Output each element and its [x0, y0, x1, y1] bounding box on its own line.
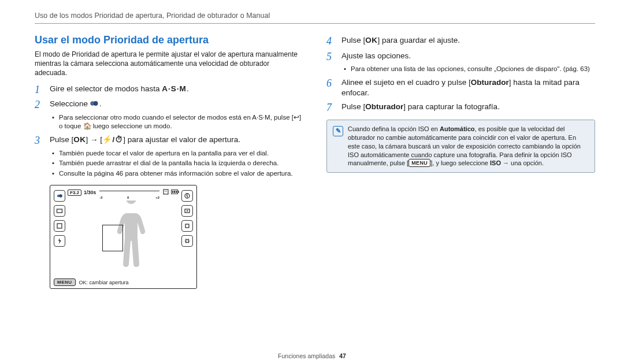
step-text-after: . — [99, 99, 102, 108]
svg-rect-15 — [172, 191, 173, 193]
step-text: Ajuste las opciones. — [341, 51, 595, 61]
step-text-after: . — [187, 84, 189, 93]
mode-icon — [54, 190, 65, 202]
step-5: 5 Ajuste las opciones. — [326, 51, 595, 63]
shutter-bold: Obturador — [365, 102, 403, 111]
step-6: 6 Alinee el sujeto en el cuadro y pulse … — [326, 77, 595, 98]
step-number: 3 — [35, 135, 44, 147]
step-7: 7 Pulse [Obturador] para capturar la fot… — [326, 102, 595, 114]
step-3: 3 Pulse [OK] → [⚡/⏱] para ajustar el val… — [35, 135, 303, 147]
step-text: ] para guardar el ajuste. — [378, 36, 460, 44]
drive-mode-icon — [54, 220, 65, 232]
aperture-priority-icon — [90, 99, 99, 110]
shutter-value: 1/30s — [84, 190, 96, 195]
svg-point-11 — [165, 191, 165, 192]
page-number: 47 — [339, 352, 346, 359]
step-4: 4 Pulse [OK] para guardar el ajuste. — [326, 35, 595, 47]
ok-key: OK — [365, 35, 377, 46]
ev-plus: +2 — [155, 196, 159, 199]
step-number: 6 — [326, 77, 336, 90]
sub-item: Para seleccionar otro modo cuando el sel… — [52, 113, 303, 131]
battery-icon — [171, 190, 179, 195]
sub-item: Para obtener una lista de las opciones, … — [344, 65, 595, 74]
sub-item: Consulte la página 46 para obtener más i… — [52, 169, 303, 179]
svg-rect-16 — [174, 191, 175, 193]
flash-icon — [54, 235, 65, 247]
step-number: 5 — [326, 51, 336, 63]
svg-point-8 — [187, 210, 188, 211]
stabilizer-icon — [181, 235, 193, 247]
step-number: 1 — [35, 84, 44, 96]
ok-key: OK — [73, 135, 86, 145]
right-column: 4 Pulse [OK] para guardar el ajuste. 5 A… — [326, 32, 595, 289]
camera-viewfinder-illustration: F3.2 1/30s -2 0 +2 — [50, 185, 197, 289]
step-text: Alinee el sujeto en el cuadro y pulse [ — [341, 78, 471, 87]
osd-bottom-bar: MENU OK: cambiar apertura — [54, 278, 193, 286]
ev-zero: 0 — [127, 196, 129, 199]
flash-timer-key: ⚡/⏱ — [102, 135, 123, 145]
step-text: ] para ajustar el valor de apertura. — [123, 135, 240, 144]
osd-top-bar: F3.2 1/30s -2 0 +2 — [68, 189, 179, 196]
step-text: Pulse [ — [50, 135, 73, 144]
page-header: Uso de los modos Prioridad de apertura, … — [35, 12, 595, 24]
step-text: Pulse [ — [341, 36, 365, 44]
step-text: ] → [ — [86, 135, 103, 144]
note-text: Cuando defina la opción ISO en Automátic… — [348, 125, 589, 168]
osd-prompt: OK: cambiar apertura — [79, 280, 129, 285]
step-text: Gire el selector de modos hasta — [50, 84, 162, 93]
sub-item: También puede tocar el valor de apertura… — [52, 149, 303, 158]
mode-asm-glyph: A·S·M — [162, 84, 187, 93]
step-3-sublist: También puede tocar el valor de apertura… — [52, 149, 303, 179]
step-text: Seleccione — [50, 99, 90, 108]
note-icon: ✎ — [333, 126, 343, 136]
step-2: 2 Seleccione . — [35, 99, 303, 111]
step-number: 2 — [35, 99, 44, 111]
svg-rect-5 — [57, 224, 62, 228]
step-5-sublist: Para obtener una lista de las opciones, … — [344, 65, 595, 74]
photo-size-icon — [54, 205, 65, 217]
af-area-icon — [181, 220, 193, 232]
svg-point-1 — [93, 101, 98, 106]
left-column: Usar el modo Prioridad de apertura El mo… — [35, 32, 303, 289]
step-number: 7 — [326, 102, 336, 114]
ev-scale: -2 0 +2 — [99, 191, 159, 195]
step-2-sublist: Para seleccionar otro modo cuando el sel… — [52, 113, 303, 131]
face-detect-icon — [163, 189, 169, 196]
aperture-value: F3.2 — [68, 190, 81, 196]
svg-rect-4 — [57, 209, 62, 213]
off-flash-icon — [181, 190, 193, 202]
svg-point-3 — [59, 194, 62, 198]
step-text: ] para capturar la fotografía. — [403, 102, 500, 111]
menu-key: MENU — [408, 159, 430, 167]
step-text: Pulse [ — [341, 102, 365, 111]
page-footer: Funciones ampliadas 47 — [0, 352, 624, 359]
step-number: 4 — [326, 35, 336, 47]
svg-rect-17 — [176, 191, 177, 193]
section-title: Usar el modo Prioridad de apertura — [35, 34, 303, 46]
svg-point-12 — [166, 191, 166, 192]
ev-minus: -2 — [99, 196, 102, 199]
shutter-bold: Obturador — [471, 78, 509, 87]
footer-section: Funciones ampliadas — [278, 352, 335, 359]
svg-rect-9 — [185, 224, 189, 228]
svg-rect-10 — [164, 190, 168, 194]
step-1: 1 Gire el selector de modos hasta A·S·M. — [35, 84, 303, 96]
metering-icon — [181, 205, 193, 217]
iso-note-box: ✎ Cuando defina la opción ISO en Automát… — [326, 120, 595, 173]
intro-paragraph: El modo de Prioridad de apertura le perm… — [35, 50, 303, 78]
svg-rect-14 — [178, 191, 179, 193]
menu-button: MENU — [54, 278, 76, 286]
af-rectangle — [102, 225, 123, 251]
sub-item: También puede arrastrar el dial de la pa… — [52, 159, 303, 168]
